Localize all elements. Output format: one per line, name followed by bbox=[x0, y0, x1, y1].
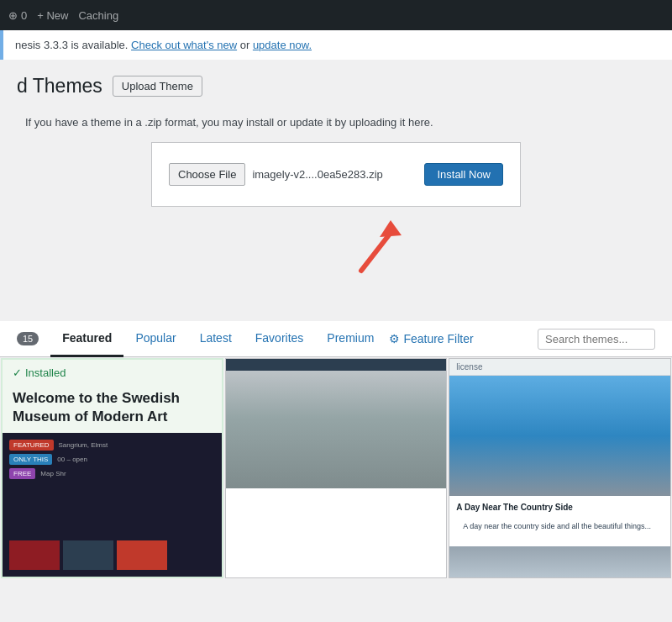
update-now-link[interactable]: update now. bbox=[253, 39, 312, 51]
theme-card-1[interactable]: Installed Welcome to the Swedish Museum … bbox=[1, 358, 223, 578]
tabs-bar: 15 Featured Popular Latest Favorites Pre… bbox=[0, 321, 672, 357]
page-header: d Themes Upload Theme bbox=[0, 60, 672, 108]
theme-license: license bbox=[449, 359, 670, 376]
theme-card-2[interactable] bbox=[225, 358, 448, 578]
upload-box: Choose File imagely-v2....0ea5e283.zip I… bbox=[151, 142, 521, 207]
check-out-link[interactable]: Check out what's new bbox=[131, 39, 237, 51]
installed-badge: Installed bbox=[3, 360, 222, 386]
preview-tag-1: FEATURED bbox=[9, 440, 54, 451]
tab-premium[interactable]: Premium bbox=[315, 321, 386, 357]
upload-area: If you have a theme in a .zip format, yo… bbox=[0, 108, 672, 304]
gear-icon: ⚙ bbox=[389, 332, 400, 345]
install-now-button[interactable]: Install Now bbox=[424, 163, 503, 186]
blog-preview: A Day Near The Country Side A day near t… bbox=[449, 496, 670, 546]
arrow-indicator bbox=[17, 207, 655, 287]
choose-file-button[interactable]: Choose File bbox=[169, 163, 245, 186]
theme-preview-2 bbox=[226, 371, 447, 488]
search-themes-input[interactable] bbox=[538, 329, 655, 350]
theme-preview-1: FEATURED Sangrium, Elmst ONLY THIS 00 – … bbox=[3, 433, 222, 534]
preview-tag-2: ONLY THIS bbox=[9, 454, 52, 465]
upload-theme-button[interactable]: Upload Theme bbox=[113, 76, 202, 97]
caching-menu[interactable]: Caching bbox=[78, 9, 118, 22]
theme-preview-3: A Day Near The Country Side A day near t… bbox=[449, 376, 670, 578]
or-text: or bbox=[240, 39, 253, 51]
tab-favorites[interactable]: Favorites bbox=[244, 321, 316, 357]
theme-title-1: Welcome to the Swedish Museum of Modern … bbox=[3, 386, 222, 433]
themes-grid: Installed Welcome to the Swedish Museum … bbox=[0, 357, 672, 579]
admin-count[interactable]: ⊕ 0 bbox=[8, 9, 27, 22]
theme-bar-2 bbox=[226, 359, 447, 371]
theme-count: 15 bbox=[17, 332, 39, 345]
feature-filter[interactable]: ⚙ Feature Filter bbox=[389, 332, 473, 345]
file-name: imagely-v2....0ea5e283.zip bbox=[252, 168, 417, 181]
new-menu[interactable]: + New bbox=[37, 9, 68, 22]
upload-description: If you have a theme in a .zip format, yo… bbox=[17, 116, 655, 129]
admin-bar: ⊕ 0 + New Caching bbox=[0, 0, 672, 30]
page-title: d Themes bbox=[17, 75, 102, 98]
tab-popular[interactable]: Popular bbox=[123, 321, 187, 357]
tab-latest[interactable]: Latest bbox=[188, 321, 244, 357]
svg-marker-1 bbox=[380, 220, 402, 237]
update-notice: nesis 3.3.3 is available. Check out what… bbox=[0, 30, 672, 60]
preview-tag-3: FREE bbox=[9, 468, 35, 479]
svg-line-0 bbox=[361, 233, 391, 271]
tab-featured[interactable]: Featured bbox=[50, 321, 123, 357]
red-arrow-svg bbox=[344, 212, 412, 279]
theme-card-3[interactable]: license A Day Near The Country Side A da… bbox=[449, 358, 671, 578]
update-notice-text: nesis 3.3.3 is available. bbox=[15, 39, 128, 51]
wp-icon: ⊕ bbox=[8, 9, 18, 22]
